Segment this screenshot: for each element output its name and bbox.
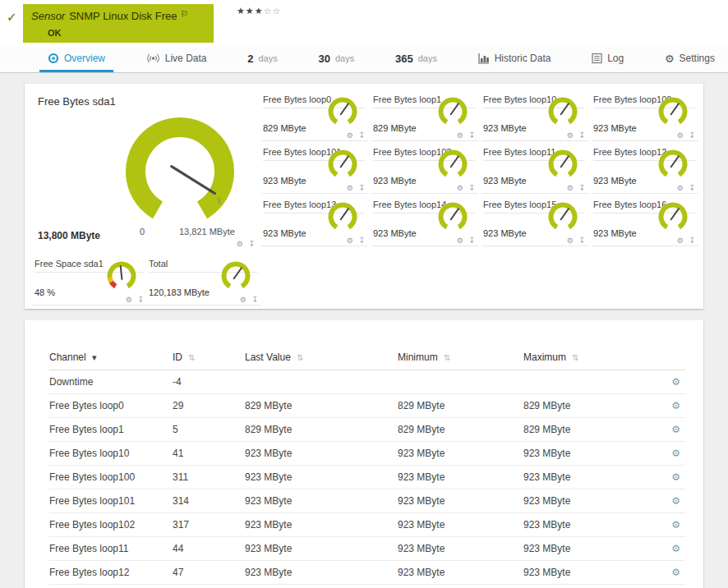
gear-icon[interactable]: ⚙ [457,184,465,192]
gear-icon[interactable]: ⚙ [567,237,575,245]
cell-minimum: 923 MByte [398,561,523,585]
table-row[interactable]: Free Bytes loop12 47 923 MByte 923 MByte… [49,561,685,585]
pin-icon[interactable]: ↧ [358,237,366,245]
column-label: Minimum [398,351,438,363]
gauge-needle [561,209,569,219]
tab-log[interactable]: Log [583,47,632,72]
gauge-dial [656,147,690,181]
flag-icon[interactable]: ⚐ [180,9,188,19]
table-row[interactable]: Free Bytes loop101 314 923 MByte 923 MBy… [49,489,685,513]
cell-maximum: 923 MByte [523,561,643,585]
pin-icon[interactable]: ↧ [468,131,477,140]
tab-historic-data[interactable]: Historic Data [470,47,560,72]
tab-30-days[interactable]: 30 days [311,47,363,72]
tab-live-data[interactable]: Live Data [138,47,215,72]
table-row[interactable]: Free Bytes loop100 311 923 MByte 923 MBy… [49,466,685,489]
overview-icon [48,53,59,64]
gauge-value: 120,183 MByte [149,287,210,297]
cell-last-value: 923 MByte [245,442,398,466]
main-gauge-title: Free Bytes sda1 [38,95,116,108]
channel-settings-icon[interactable]: ⚙ [671,400,680,411]
column-header-minimum[interactable]: Minimum ⇅ [398,347,523,370]
gear-icon[interactable]: ⚙ [347,237,355,245]
pin-icon[interactable]: ↧ [468,184,477,192]
tab-overview[interactable]: Overview [39,47,113,72]
gear-icon[interactable]: ⚙ [347,184,355,192]
gauge-dial [325,94,360,129]
pin-icon[interactable]: ↧ [248,240,256,248]
cell-minimum [398,370,523,394]
channel-settings-icon[interactable]: ⚙ [671,376,680,388]
channels-table: Channel ▾ ID ⇅ Last Value ⇅ Minimum ⇅ [49,347,685,585]
pin-icon[interactable]: ↧ [578,131,587,140]
cell-maximum: 923 MByte [523,442,643,466]
gear-icon[interactable]: ⚙ [677,237,685,245]
gauge-value: 48 % [35,287,55,297]
table-row[interactable]: Free Bytes loop0 29 829 MByte 829 MByte … [49,394,685,418]
column-header-id[interactable]: ID ⇅ [173,347,245,370]
pin-icon[interactable]: ↧ [358,131,366,140]
gauges-panel: Free Bytes sda1 x̄ 0 13,821 MByte 13,800… [25,84,703,309]
gear-icon[interactable]: ⚙ [567,184,575,192]
sort-icon: ⇅ [297,353,303,362]
cell-id: 44 [173,537,245,561]
table-row[interactable]: Downtime -4 ⚙ [49,370,685,394]
gauge-dial [435,94,470,129]
table-row[interactable]: Free Bytes loop102 317 923 MByte 923 MBy… [49,513,685,537]
pin-icon[interactable]: ↧ [137,296,145,304]
channel-settings-icon[interactable]: ⚙ [671,495,680,507]
gear-icon[interactable]: ⚙ [347,131,355,140]
column-header-last-value[interactable]: Last Value ⇅ [245,347,398,370]
pin-icon[interactable]: ↧ [689,237,697,245]
pin-icon[interactable]: ↧ [689,184,697,192]
gauge-needle [671,103,679,114]
gauge-needle [234,268,242,278]
gear-icon[interactable]: ⚙ [126,296,134,304]
column-label: Maximum [523,351,566,363]
rating-stars[interactable]: ★★★☆☆ [237,6,281,16]
column-header-channel[interactable]: Channel ▾ [49,347,173,370]
channel-settings-icon[interactable]: ⚙ [671,567,680,578]
sensor-type-label: Sensor [31,10,65,22]
channel-settings-icon[interactable]: ⚙ [671,519,680,531]
pin-icon[interactable]: ↧ [689,131,697,140]
pin-icon[interactable]: ↧ [578,237,587,245]
cell-minimum: 829 MByte [398,394,523,418]
cell-minimum: 923 MByte [398,537,523,561]
tab-settings[interactable]: ⚙ Settings [657,47,723,72]
pin-icon[interactable]: ↧ [468,237,477,245]
gear-icon[interactable]: ⚙ [567,131,575,140]
gauge-cell: Free Bytes loop101 923 MByte ⚙ ↧ [261,141,368,194]
gauge-cell-free-space: Free Space sda1 48 % ⚙ ↧ [33,253,147,305]
gear-icon[interactable]: ⚙ [457,131,465,140]
pin-icon[interactable]: ↧ [358,184,366,192]
gauge-needle [341,209,348,219]
column-header-maximum[interactable]: Maximum ⇅ [523,347,643,370]
channel-settings-icon[interactable]: ⚙ [671,471,680,483]
gauge-needle [561,103,569,114]
pin-icon[interactable]: ↧ [578,184,587,192]
channel-settings-icon[interactable]: ⚙ [671,543,680,554]
pin-icon[interactable]: ↧ [251,296,260,304]
channel-settings-icon[interactable]: ⚙ [671,424,680,435]
sort-icon: ⇅ [444,353,450,362]
gauge-cell: Free Bytes loop102 923 MByte ⚙ ↧ [371,141,478,194]
status-ok-icon: ✓ [7,10,17,25]
table-row[interactable]: Free Bytes loop1 5 829 MByte 829 MByte 8… [49,418,685,442]
gear-icon[interactable]: ⚙ [677,131,685,140]
gauge-cell: Free Bytes loop12 923 MByte ⚙ ↧ [592,141,698,194]
gauge-cell: Free Bytes loop14 923 MByte ⚙ ↧ [371,194,478,246]
gear-icon[interactable]: ⚙ [237,240,245,248]
gauge-scale-max: 13,821 MByte [179,227,235,237]
tab-2-days[interactable]: 2 days [239,47,285,72]
tab-365-days[interactable]: 365 days [387,47,445,72]
cell-last-value: 923 MByte [245,537,398,561]
cell-id: 317 [173,513,245,537]
table-row[interactable]: Free Bytes loop11 44 923 MByte 923 MByte… [49,537,685,561]
channel-settings-icon[interactable]: ⚙ [671,448,680,459]
gear-icon[interactable]: ⚙ [457,237,465,245]
gear-icon[interactable]: ⚙ [240,296,248,304]
gear-icon[interactable]: ⚙ [677,184,685,192]
table-row[interactable]: Free Bytes loop10 41 923 MByte 923 MByte… [49,442,685,466]
gauge-scale-min: 0 [140,227,145,237]
